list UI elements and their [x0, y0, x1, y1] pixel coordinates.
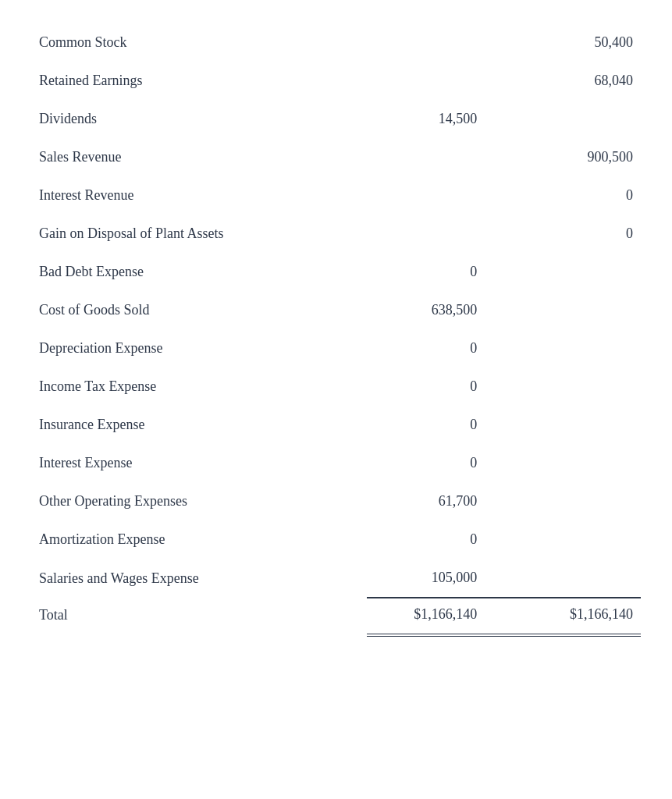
table-row: Cost of Goods Sold638,500 — [31, 291, 641, 329]
table-row: Retained Earnings68,040 — [31, 62, 641, 100]
table-row: Bad Debt Expense0 — [31, 253, 641, 291]
credit-value: 50,400 — [500, 23, 641, 62]
total-debit: $1,166,140 — [367, 598, 501, 635]
account-name: Common Stock — [31, 23, 367, 62]
debit-value — [367, 62, 501, 100]
credit-value: 0 — [500, 176, 641, 215]
account-name: Interest Revenue — [31, 176, 367, 215]
table-row: Other Operating Expenses61,700 — [31, 482, 641, 520]
account-name: Cost of Goods Sold — [31, 291, 367, 329]
debit-value: 14,500 — [367, 100, 501, 138]
credit-value — [500, 368, 641, 406]
ledger-table: Common Stock50,400Retained Earnings68,04… — [31, 23, 641, 637]
account-name: Dividends — [31, 100, 367, 138]
debit-value — [367, 138, 501, 176]
table-row: Interest Expense0 — [31, 444, 641, 482]
total-row: Total$1,166,140$1,166,140 — [31, 598, 641, 635]
account-name: Depreciation Expense — [31, 329, 367, 368]
credit-value — [500, 406, 641, 444]
debit-value: 0 — [367, 444, 501, 482]
credit-value — [500, 100, 641, 138]
account-name: Amortization Expense — [31, 520, 367, 559]
table-row: Depreciation Expense0 — [31, 329, 641, 368]
debit-value: 0 — [367, 368, 501, 406]
credit-value — [500, 482, 641, 520]
table-row: Common Stock50,400 — [31, 23, 641, 62]
debit-value — [367, 215, 501, 253]
account-name: Retained Earnings — [31, 62, 367, 100]
debit-value: 638,500 — [367, 291, 501, 329]
table-row: Dividends14,500 — [31, 100, 641, 138]
credit-value — [500, 253, 641, 291]
credit-value — [500, 520, 641, 559]
account-name: Income Tax Expense — [31, 368, 367, 406]
table-row: Interest Revenue0 — [31, 176, 641, 215]
table-row: Income Tax Expense0 — [31, 368, 641, 406]
debit-value: 0 — [367, 329, 501, 368]
debit-value — [367, 23, 501, 62]
table-row: Amortization Expense0 — [31, 520, 641, 559]
credit-value: 900,500 — [500, 138, 641, 176]
account-name: Sales Revenue — [31, 138, 367, 176]
credit-value — [500, 444, 641, 482]
account-name: Insurance Expense — [31, 406, 367, 444]
table-row: Gain on Disposal of Plant Assets0 — [31, 215, 641, 253]
table-row: Salaries and Wages Expense105,000 — [31, 559, 641, 598]
table-row: Insurance Expense0 — [31, 406, 641, 444]
debit-value: 61,700 — [367, 482, 501, 520]
account-name: Bad Debt Expense — [31, 253, 367, 291]
credit-value — [500, 329, 641, 368]
debit-value: 0 — [367, 253, 501, 291]
credit-value: 0 — [500, 215, 641, 253]
debit-value: 105,000 — [367, 559, 501, 598]
table-row: Sales Revenue900,500 — [31, 138, 641, 176]
account-name: Interest Expense — [31, 444, 367, 482]
credit-value: 68,040 — [500, 62, 641, 100]
account-name: Salaries and Wages Expense — [31, 559, 367, 598]
account-name: Gain on Disposal of Plant Assets — [31, 215, 367, 253]
debit-value — [367, 176, 501, 215]
account-name: Other Operating Expenses — [31, 482, 367, 520]
credit-value — [500, 559, 641, 598]
debit-value: 0 — [367, 520, 501, 559]
total-label: Total — [31, 598, 367, 635]
debit-value: 0 — [367, 406, 501, 444]
total-credit: $1,166,140 — [500, 598, 641, 635]
credit-value — [500, 291, 641, 329]
